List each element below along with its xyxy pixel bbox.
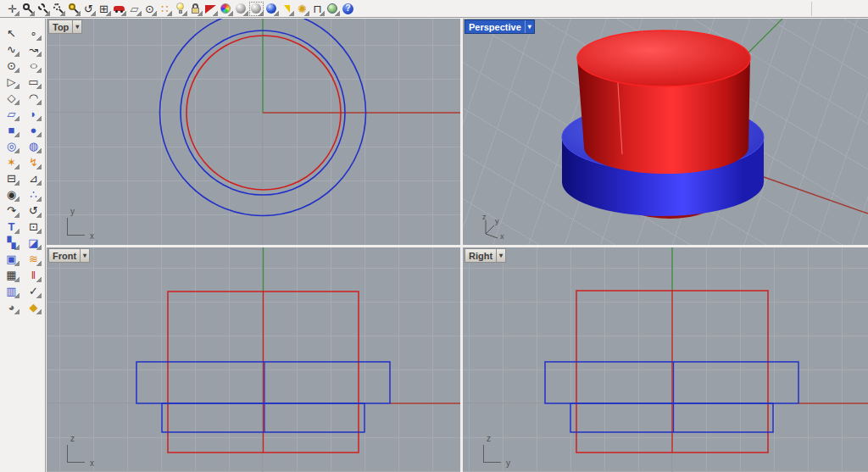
surface-from-points-icon[interactable]: ▱ — [4, 107, 19, 121]
left-toolbar: ↖ ∘ ∿ ↝ ⊙ ○ ▷ ▭ ◇ ◠ ▱ ◗ ■ ● ◎ ◍ ✶ ↯ ⊟ ⊿ … — [0, 19, 46, 472]
axis-widget-perspective: z y x — [478, 213, 507, 240]
right-view-canvas — [463, 247, 868, 472]
chevron-down-icon[interactable]: ▾ — [72, 20, 81, 33]
chevron-down-icon[interactable]: ▾ — [525, 20, 534, 33]
explode-icon[interactable]: ✶ — [4, 155, 19, 169]
earth-globe-icon[interactable] — [326, 2, 340, 16]
trim-icon[interactable]: ⊟ — [4, 171, 19, 186]
split-icon[interactable]: ⊿ — [26, 171, 42, 186]
render-sphere-icon[interactable] — [234, 2, 248, 16]
distance-map-icon[interactable]: ▱ — [127, 2, 142, 16]
toolbar-divider — [811, 2, 812, 16]
gear-settings-icon[interactable]: ✺ — [295, 2, 309, 16]
fillet-icon[interactable]: ↯ — [26, 155, 42, 169]
render-preview-icon[interactable] — [249, 2, 264, 16]
rotate-view-icon[interactable]: ↺ — [81, 2, 96, 16]
array-icon[interactable]: ▦ — [4, 268, 19, 282]
top-toolbar: ✛ ↺ ⊞ ▱ ⊙ ∷ ✺ ⊓ ? — [0, 0, 868, 18]
text-icon[interactable]: T — [4, 219, 19, 234]
zoom-window-icon[interactable] — [51, 2, 65, 16]
flip-direction-icon[interactable]: ◪ — [26, 236, 42, 250]
arc-icon[interactable]: ◠ — [26, 91, 42, 105]
select-icon[interactable]: ↖ — [4, 26, 19, 41]
copy-icon[interactable]: ▥ — [4, 284, 19, 298]
viewport-label-front[interactable]: Front ▾ — [48, 248, 90, 263]
viewport-label-perspective[interactable]: Perspective ▾ — [465, 19, 535, 34]
red-cylinder-top[interactable] — [577, 31, 750, 86]
zoom-selected-icon[interactable] — [66, 2, 81, 16]
shade-preview-icon[interactable]: ◕ — [4, 300, 19, 314]
axis-widget-top: y x — [67, 218, 85, 236]
circle-icon[interactable]: ⊙ — [4, 58, 19, 73]
control-point-curve-icon[interactable]: ↝ — [26, 42, 42, 57]
shaded-display-icon[interactable] — [203, 2, 218, 16]
curve-tools-icon[interactable]: ↷ — [4, 203, 19, 218]
viewport-right[interactable]: Right ▾ z y — [463, 247, 868, 472]
viewport-top[interactable]: Top ▾ y x — [47, 19, 460, 245]
rectangle-icon[interactable]: ▭ — [26, 75, 42, 89]
front-view-canvas — [47, 247, 460, 472]
solid-tools-icon[interactable]: ◍ — [26, 139, 42, 153]
svg-text:z: z — [482, 213, 487, 221]
viewport-layout-icon[interactable]: ⊞ — [97, 2, 111, 16]
sphere-icon[interactable]: ● — [26, 123, 42, 137]
help-icon[interactable]: ? — [341, 2, 355, 16]
zoom-extents-icon[interactable] — [36, 2, 50, 16]
section-icon[interactable]: ‖ — [26, 268, 42, 282]
boolean-union-icon[interactable]: ◉ — [4, 187, 19, 202]
point-object-icon[interactable]: ⊡ — [26, 219, 42, 234]
color-wheel-icon[interactable] — [219, 2, 233, 16]
chevron-down-icon[interactable]: ▾ — [80, 249, 89, 262]
lock-icon[interactable] — [188, 2, 203, 16]
axis-widget-right: z y — [483, 445, 501, 463]
polyline-icon[interactable]: ∿ — [4, 42, 19, 57]
perspective-canvas — [463, 19, 868, 245]
svg-text:x: x — [500, 232, 504, 240]
viewport-label-right[interactable]: Right ▾ — [465, 248, 506, 263]
x-axis-line — [754, 174, 868, 214]
ellipse-icon[interactable]: ○ — [26, 58, 42, 73]
check-icon[interactable]: ✓ — [26, 284, 42, 298]
polygon-icon[interactable]: ◇ — [4, 91, 19, 105]
object-snap-icon[interactable]: ∷ — [158, 2, 172, 16]
boolean-difference-icon[interactable]: ∴ — [26, 187, 42, 202]
zoom-dynamic-icon[interactable] — [20, 2, 35, 16]
circle-center-icon[interactable]: ⊙ — [142, 2, 157, 16]
pyramid-icon[interactable]: ◆ — [26, 300, 42, 314]
options-car-icon[interactable] — [112, 2, 126, 16]
rhino-window: ✛ ↺ ⊞ ▱ ⊙ ∷ ✺ ⊓ ? ↖ ∘ ∿ ↝ ⊙ ○ ▷ ▭ ◇ ◠ ▱ — [0, 0, 868, 472]
drape-icon[interactable]: ≋ — [26, 252, 42, 266]
chevron-down-icon[interactable]: ▾ — [496, 249, 505, 262]
axis-widget-front: z x — [67, 445, 85, 463]
extrude-icon[interactable]: ▣ — [4, 252, 19, 266]
torus-icon[interactable]: ◎ — [4, 139, 19, 153]
top-view-canvas — [47, 19, 460, 245]
block-icon[interactable]: ▚ — [4, 236, 19, 250]
pan-view-icon[interactable]: ✛ — [5, 2, 19, 16]
surface-patch-icon[interactable]: ◗ — [26, 107, 42, 121]
viewport-perspective[interactable]: Perspective ▾ z y x — [463, 19, 868, 245]
closed-curve-icon[interactable]: ▷ — [4, 75, 19, 89]
point-icon[interactable]: ∘ — [26, 26, 42, 41]
viewport-front[interactable]: Front ▾ z x — [47, 247, 460, 472]
y-axis-line — [748, 19, 782, 53]
dimension-icon[interactable]: ⊓ — [310, 2, 325, 16]
raytrace-sphere-icon[interactable] — [264, 2, 279, 16]
svg-text:y: y — [495, 217, 499, 225]
cone-flag-icon[interactable] — [280, 2, 294, 16]
lightbulb-icon[interactable] — [173, 2, 187, 16]
box-icon[interactable]: ■ — [4, 123, 19, 137]
viewport-grid: Top ▾ y x — [47, 19, 868, 472]
rebuild-icon[interactable]: ↺ — [26, 203, 42, 218]
viewport-label-top[interactable]: Top ▾ — [48, 19, 82, 34]
